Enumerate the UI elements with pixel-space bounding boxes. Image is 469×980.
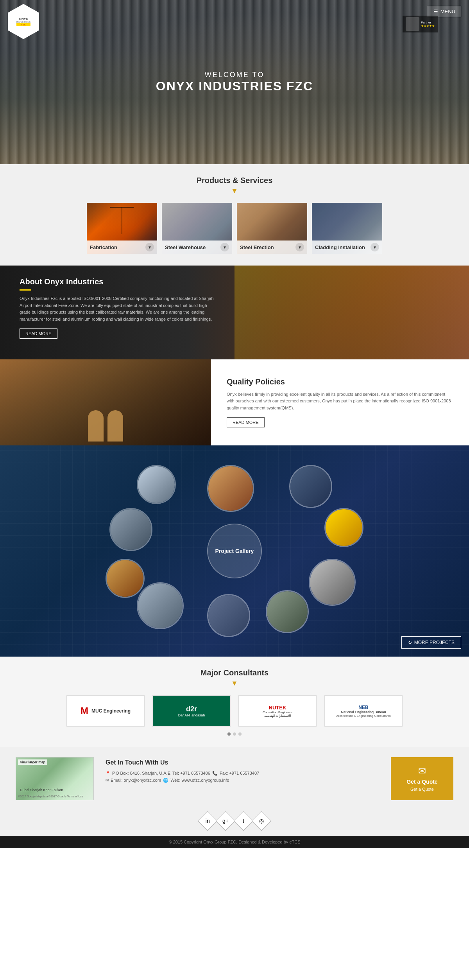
quality-content: Quality Policies Onyx believes firmly in…	[211, 359, 469, 445]
nutek-text: NUTEK	[263, 705, 292, 711]
quality-workers-overlay	[0, 359, 211, 445]
consultant-nutek: NUTEK Consulting Engineers للاستشارات ال…	[238, 695, 317, 727]
worker-2	[107, 410, 123, 442]
gallery-thumb-3[interactable]	[324, 508, 363, 547]
consultants-arrow: ▼	[23, 679, 446, 687]
get-quote-button[interactable]: ✉ Get a Quote Get a Quote	[391, 757, 453, 800]
nutek-subtext: Consulting Engineers	[263, 711, 292, 714]
product-label-erection: Steel Erection	[240, 244, 274, 250]
contact-email: ✉ Email: onyx@onyxfzc.com 🌐 Web: www.ofz…	[106, 778, 379, 783]
product-card-erection[interactable]: Steel Erection ▼	[237, 203, 307, 254]
hero-section: ONYX INDUSTRIES FZC ☰ MENU Partner ★★★★★…	[0, 0, 469, 164]
gallery-thumb-10[interactable]	[137, 465, 176, 504]
product-card-fabrication[interactable]: Fabrication ▼	[87, 203, 157, 254]
consultant-muc: M MUC Engineering	[66, 695, 145, 727]
contact-info: Get In Touch With Us 📍 P.O Box: 8416, Sh…	[102, 757, 383, 800]
instagram-icon: ◎	[259, 818, 264, 824]
contact-map[interactable]: View larger map Dubai Sharjah Khor Fakka…	[16, 757, 94, 800]
hero-company: ONYX INDUSTRIES FZC	[156, 79, 313, 93]
products-section: Products & Services ▼ Fabrication ▼ Stee…	[0, 164, 469, 266]
products-grid: Fabrication ▼ Steel Warehouse ▼ Steel Er…	[23, 203, 446, 254]
gallery-thumb-8[interactable]	[106, 559, 145, 598]
partner-text: Partner	[421, 21, 435, 24]
logo-tag: FZC	[16, 23, 30, 26]
linkedin-icon: in	[206, 818, 210, 824]
product-expand-fabrication[interactable]: ▼	[145, 243, 154, 251]
footer: © 2015 Copyright Onyx Group FZC. Designe…	[0, 836, 469, 848]
map-watermark: ©2017 Google Map data ©2017 Google Terms…	[18, 795, 83, 798]
product-card-warehouse[interactable]: Steel Warehouse ▼	[162, 203, 232, 254]
partner-badge: Partner ★★★★★	[403, 16, 438, 32]
quality-image	[0, 359, 211, 445]
about-divider	[20, 289, 31, 291]
partner-stars: ★★★★★	[421, 24, 435, 28]
dot-1[interactable]	[227, 732, 231, 736]
gallery-thumb-1[interactable]	[207, 465, 254, 512]
social-linkedin[interactable]: in	[198, 811, 218, 831]
twitter-icon: t	[243, 818, 244, 824]
hero-text: WELCOME TO ONYX INDUSTRIES FZC	[156, 71, 313, 93]
menu-label: MENU	[440, 9, 455, 14]
footer-text: © 2015 Copyright Onyx Group FZC. Designe…	[168, 840, 300, 844]
phone-icon: 📞	[212, 771, 218, 776]
muc-text: MUC Engineering	[91, 708, 131, 714]
carousel-dots	[23, 732, 446, 736]
gallery-thumb-2[interactable]	[289, 465, 332, 508]
dot-3[interactable]	[238, 732, 242, 736]
consultants-logos: M MUC Engineering d2r Dar Al-Handasah NU…	[23, 695, 446, 727]
nutek-arabic: للاستشارات الهندسية	[263, 714, 292, 718]
gallery-orbit: Project Gallery	[98, 461, 371, 641]
about-section: About Onyx Industries Onyx Industries Fz…	[0, 266, 469, 359]
about-sparks-image	[234, 266, 469, 359]
gallery-thumb-7[interactable]	[137, 582, 184, 629]
product-expand-warehouse[interactable]: ▼	[220, 243, 229, 251]
web-icon: 🌐	[163, 778, 168, 783]
gallery-thumb-5[interactable]	[266, 590, 309, 633]
product-card-cladding[interactable]: Cladding Installation ▼	[312, 203, 382, 254]
product-label-cladding: Cladding Installation	[315, 244, 365, 250]
social-googleplus[interactable]: g+	[216, 811, 236, 831]
dot-2[interactable]	[233, 732, 236, 736]
email-icon: ✉	[106, 778, 109, 783]
neb-name: National Engineering Bureau	[336, 710, 391, 714]
quality-read-more[interactable]: READ MORE	[227, 417, 265, 427]
consultants-title: Major Consultants	[23, 668, 446, 677]
consultants-section: Major Consultants ▼ M MUC Engineering d2…	[0, 657, 469, 747]
gallery-section: Project Gallery ↻ MORE PROJECTS	[0, 445, 469, 657]
quality-title: Quality Policies	[227, 377, 453, 386]
product-label-fabrication: Fabrication	[90, 244, 117, 250]
products-title: Products & Services	[23, 176, 446, 185]
d2r-subtext: Dar Al-Handasah	[178, 713, 205, 717]
worker-1	[88, 410, 104, 442]
contact-title: Get In Touch With Us	[106, 759, 379, 766]
about-content: About Onyx Industries Onyx Industries Fz…	[0, 266, 234, 350]
product-expand-erection[interactable]: ▼	[295, 243, 304, 251]
neb-acronym: NEB	[336, 705, 391, 710]
about-title: About Onyx Industries	[20, 277, 215, 286]
hero-welcome: WELCOME TO	[156, 71, 313, 79]
map-view-larger[interactable]: View larger map	[18, 759, 47, 765]
googleplus-icon: g+	[222, 818, 229, 824]
gallery-center: Project Gallery	[16, 461, 453, 641]
product-label-warehouse: Steel Warehouse	[165, 244, 206, 250]
gallery-thumb-6[interactable]	[207, 594, 250, 637]
gallery-center-label: Project Gallery	[207, 524, 262, 578]
products-arrow: ▼	[23, 187, 446, 195]
social-instagram[interactable]: ◎	[252, 811, 272, 831]
consultant-d2r: d2r Dar Al-Handasah	[152, 695, 231, 727]
quality-text: Onyx believes firmly in providing excell…	[227, 391, 453, 412]
map-cities: Dubai Sharjah Khor Fakkan	[20, 788, 63, 792]
consultant-neb: NEB National Engineering Bureau Architec…	[324, 695, 403, 727]
logo-title: ONYX	[16, 17, 30, 21]
about-read-more[interactable]: READ MORE	[20, 328, 57, 339]
contact-pobox: 📍 P.O Box: 8416, Sharjah, U.A.E Tel: +97…	[106, 771, 379, 776]
about-text: Onyx Industries Fzc is a reputed ISO:900…	[20, 295, 215, 323]
quality-section: Quality Policies Onyx believes firmly in…	[0, 359, 469, 445]
social-twitter[interactable]: t	[234, 811, 254, 831]
gallery-thumb-4[interactable]	[309, 559, 356, 606]
get-quote-sublabel: Get a Quote	[410, 787, 434, 792]
gallery-thumb-9[interactable]	[109, 508, 152, 551]
muc-icon: M	[81, 705, 88, 716]
get-quote-label: Get a Quote	[406, 779, 437, 785]
product-expand-cladding[interactable]: ▼	[371, 243, 379, 251]
